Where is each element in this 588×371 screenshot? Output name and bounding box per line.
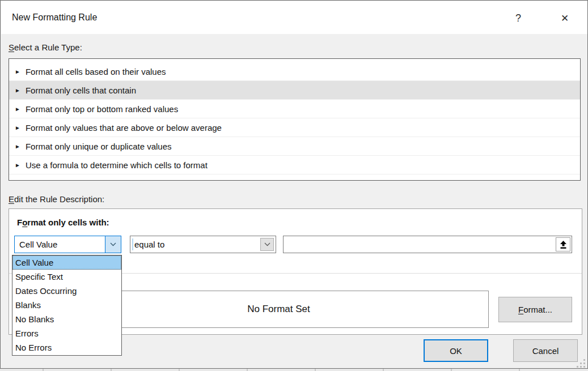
- condition-value-field: [283, 236, 572, 253]
- dropdown-option-specific-text[interactable]: Specific Text: [12, 270, 121, 284]
- resize-grip[interactable]: [577, 359, 587, 369]
- arrow-bullet-icon: ►: [15, 143, 20, 149]
- dropdown-option-cell-value[interactable]: Cell Value: [12, 255, 121, 270]
- cancel-button[interactable]: Cancel: [513, 339, 578, 362]
- condition-value-input[interactable]: [284, 237, 555, 252]
- rule-type-item-label: Format only values that are above or bel…: [26, 123, 222, 133]
- dropdown-option-no-errors[interactable]: No Errors: [12, 340, 121, 355]
- arrow-bullet-icon: ►: [15, 105, 20, 112]
- format-preview: No Format Set: [69, 291, 489, 328]
- chevron-down-icon[interactable]: [260, 238, 274, 251]
- text-caret: [132, 238, 133, 250]
- format-preview-text: No Format Set: [247, 304, 310, 315]
- rule-type-item-label: Use a formula to determine which cells t…: [26, 160, 208, 170]
- dropdown-option-blanks[interactable]: Blanks: [12, 298, 121, 312]
- rule-type-item-above-below-average[interactable]: ► Format only values that are above or b…: [9, 118, 580, 137]
- collapse-dialog-icon[interactable]: [556, 237, 570, 251]
- ok-button[interactable]: OK: [424, 339, 488, 362]
- edit-rule-description-label: Edit the Rule Description:: [9, 194, 104, 204]
- rule-type-item-cells-that-contain[interactable]: ► Format only cells that contain: [9, 81, 580, 100]
- cell-value-combobox-value: Cell Value: [19, 236, 57, 253]
- rule-type-listbox: ► Format all cells based on their values…: [9, 58, 581, 181]
- arrow-bullet-icon: ►: [15, 87, 20, 93]
- dropdown-option-no-blanks[interactable]: No Blanks: [12, 312, 121, 326]
- new-formatting-rule-dialog: New Formatting Rule ? ✕ Select a Rule Ty…: [0, 0, 588, 369]
- rule-type-item-format-all-cells[interactable]: ► Format all cells based on their values: [9, 62, 580, 81]
- rule-type-item-top-bottom-ranked[interactable]: ► Format only top or bottom ranked value…: [9, 100, 580, 118]
- operator-combobox-value: equal to: [134, 236, 164, 253]
- format-only-cells-with-label: Format only cells with:: [17, 218, 109, 227]
- close-icon[interactable]: ✕: [555, 8, 575, 28]
- dropdown-option-errors[interactable]: Errors: [12, 326, 121, 340]
- help-icon[interactable]: ?: [508, 8, 528, 28]
- dialog-title: New Formatting Rule: [12, 1, 97, 34]
- arrow-bullet-icon: ►: [15, 68, 20, 74]
- cell-value-dropdown-list: Cell Value Specific Text Dates Occurring…: [12, 255, 122, 356]
- rule-type-item-label: Format only cells that contain: [26, 86, 136, 95]
- rule-type-item-use-formula[interactable]: ► Use a formula to determine which cells…: [9, 156, 580, 174]
- operator-combobox[interactable]: equal to: [130, 236, 276, 253]
- rule-type-item-label: Format only top or bottom ranked values: [26, 104, 178, 114]
- select-rule-type-label: Select a Rule Type:: [9, 42, 82, 52]
- format-button[interactable]: Format...: [498, 297, 572, 322]
- rule-type-item-unique-duplicate[interactable]: ► Format only unique or duplicate values: [9, 137, 580, 156]
- title-bar[interactable]: New Formatting Rule ? ✕: [1, 1, 587, 34]
- dropdown-option-dates-occurring[interactable]: Dates Occurring: [12, 284, 121, 298]
- cell-value-combobox[interactable]: Cell Value: [14, 236, 121, 253]
- rule-type-item-label: Format all cells based on their values: [26, 67, 166, 76]
- rule-type-item-label: Format only unique or duplicate values: [26, 142, 172, 151]
- arrow-bullet-icon: ►: [15, 161, 20, 168]
- worksheet-behind-dialog: [0, 369, 588, 371]
- arrow-bullet-icon: ►: [15, 124, 20, 130]
- chevron-down-icon[interactable]: [105, 236, 121, 253]
